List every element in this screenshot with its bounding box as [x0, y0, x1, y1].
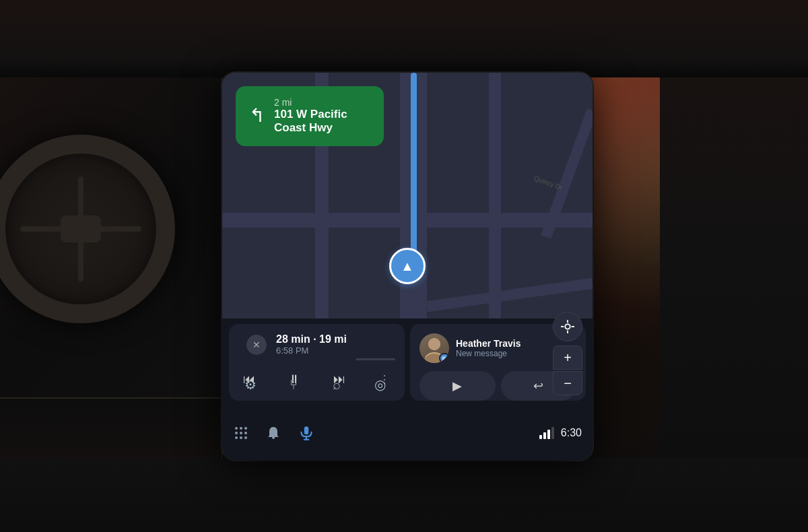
mic-icon: [298, 424, 315, 442]
nav-text: 2 mi 101 W Pacific Coast Hwy: [274, 97, 347, 135]
nav-street: 101 W Pacific Coast Hwy: [274, 108, 347, 135]
svg-point-8: [240, 427, 242, 430]
route-options-button[interactable]: ⑂: [279, 370, 308, 399]
apps-grid-icon: [233, 425, 249, 441]
svg-point-15: [244, 436, 247, 439]
signal-bar-4: [551, 427, 554, 439]
zoom-in-button[interactable]: +: [553, 345, 582, 370]
eta-info: 28 min · 19 mi 6:58 PM: [276, 333, 347, 356]
svg-point-11: [240, 432, 242, 434]
voice-button[interactable]: [298, 424, 315, 442]
svg-point-9: [244, 427, 247, 430]
position-marker: ▲: [389, 248, 426, 284]
right-panel: [660, 0, 808, 532]
navigation-arrow: ▲: [389, 248, 426, 284]
svg-point-10: [235, 432, 238, 434]
contact-avatar: [419, 333, 449, 363]
eta-close-button[interactable]: ✕: [246, 335, 267, 355]
bottom-bar: 6:30: [222, 406, 593, 460]
svg-point-4: [428, 338, 440, 350]
signal-bar-3: [547, 430, 550, 439]
signal-bar-1: [539, 435, 542, 439]
svg-point-12: [244, 432, 247, 434]
zoom-out-button[interactable]: −: [553, 371, 582, 395]
eta-main: 28 min · 19 mi: [276, 333, 347, 345]
apps-button[interactable]: [233, 425, 249, 441]
steering-wheel: [0, 135, 175, 323]
eta-card: ✕ 28 min · 19 mi 6:58 PM: [236, 325, 358, 364]
bottom-left-controls: [233, 424, 315, 442]
direction-arrow-icon: ▲: [401, 259, 414, 274]
signal-bar-2: [543, 432, 546, 439]
svg-point-13: [235, 436, 238, 439]
eta-clock: 6:58 PM: [276, 345, 347, 356]
settings-button[interactable]: ⚙: [236, 370, 265, 399]
location-icon: [560, 319, 575, 334]
bell-icon: [265, 425, 281, 441]
svg-point-14: [240, 436, 242, 439]
dashboard-bottom: [0, 458, 808, 532]
search-button[interactable]: ⌕: [322, 370, 351, 399]
messages-icon: [441, 355, 448, 362]
nav-bottom-controls: ⚙ ⑂ ⌕ ◎: [236, 370, 395, 399]
nav-distance: 2 mi: [274, 97, 347, 108]
android-auto-screen: Quincy Dr ↰ 2 mi 101 W Pacific Coast Hwy…: [222, 73, 593, 460]
clock: 6:30: [561, 427, 582, 439]
dashboard-top: [0, 0, 808, 77]
location-button[interactable]: [553, 312, 582, 341]
play-message-button[interactable]: ▶: [419, 371, 496, 401]
signal-indicator: [539, 427, 554, 439]
status-area: 6:30: [539, 427, 582, 439]
pin-button[interactable]: ◎: [365, 370, 395, 399]
notifications-button[interactable]: [265, 425, 281, 441]
nav-instruction-card: ↰ 2 mi 101 W Pacific Coast Hwy: [236, 86, 384, 146]
turn-arrow-icon: ↰: [249, 106, 265, 125]
svg-rect-16: [304, 426, 309, 434]
svg-point-7: [235, 427, 238, 430]
message-app-badge: [439, 353, 449, 363]
svg-point-0: [565, 324, 570, 329]
left-panel: [0, 0, 222, 532]
zoom-controls: + −: [553, 345, 582, 395]
